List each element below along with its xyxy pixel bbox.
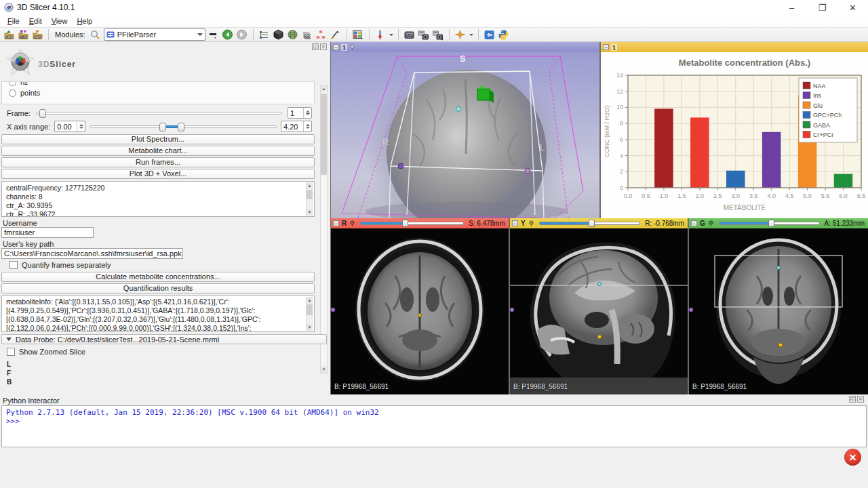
fiducial-point[interactable] [597,335,601,339]
radio-hz[interactable] [9,81,16,86]
back-arrow-icon[interactable] [222,28,234,41]
menu-edit[interactable]: Edit [24,16,47,26]
sample-data-cube-icon[interactable] [273,28,285,41]
menu-view[interactable]: View [47,16,73,26]
load-dicom-icon[interactable]: DCM [17,28,29,41]
load-data-icon[interactable]: DATA [3,28,15,41]
extensions-menu-caret[interactable] [469,34,473,36]
frame-slider[interactable] [36,108,282,118]
scene-view-capture-icon[interactable] [418,28,430,41]
extensions-star-icon[interactable] [454,28,467,41]
transforms-icon[interactable] [330,28,342,41]
keypath-input[interactable]: C:\Users\FranciscoMarcano\.ssh\fmrsiuser… [1,248,183,259]
fiducial-point[interactable] [598,283,601,286]
pin-icon[interactable] [708,220,714,226]
header-info-textarea[interactable]: centralFrequency: 1277125220 channels: 8… [1,181,315,217]
slice-yellow-canvas[interactable]: B: P19968_56691 [510,228,688,394]
scroll-up-icon[interactable]: ▲ [321,85,327,92]
slice-edge-handle[interactable] [331,308,335,312]
close-button[interactable]: ✕ [837,0,868,15]
python-console-icon[interactable] [498,28,510,41]
view-3d-canvas[interactable]: S R L [331,52,599,218]
forward-arrow-icon[interactable] [236,28,248,41]
textarea-scrollbar[interactable]: ▲ ▼ [306,297,313,331]
window-title: 3D Slicer 4.10.1 [17,3,75,12]
scene-view-restore-icon[interactable] [432,28,444,41]
crosshair-menu-caret[interactable] [389,34,393,36]
panel-undock-icon[interactable]: ◱ [312,43,319,50]
frame-spinbox[interactable]: 1 [288,107,312,119]
slice-offset-slider[interactable] [539,220,641,227]
view-3d[interactable]: – 1 [331,42,599,218]
fiducial-point[interactable] [418,314,422,317]
metabolite-chart[interactable]: 0.00.51.01.52.02.53.03.54.04.55.05.56.06… [601,52,868,218]
view-minimize-icon[interactable]: – [691,220,697,226]
slice-view-red[interactable]: – R S: 6.478mm [331,218,509,394]
metabolite-info-textarea[interactable]: metaboliteInfo: {'Ala':[(0.913,1.55,0.10… [1,296,315,332]
slice-edge-handle[interactable] [510,308,514,312]
volume-rendering-icon[interactable] [287,28,299,41]
slice-red-canvas[interactable]: B: P19968_56691 [331,228,509,394]
calculate-concentrations-button[interactable]: Calculate metabolite concentrations... [1,272,315,282]
fiducial-point[interactable] [777,266,781,270]
xaxis-min-spinbox[interactable]: 0.00 [54,121,85,132]
python-undock-icon[interactable]: ◱ [849,396,856,403]
screenshot-icon[interactable] [403,28,416,41]
pin-icon[interactable] [349,44,355,50]
metabolite-chart-button[interactable]: Metabolite chart... [1,146,315,156]
xaxis-range-slider[interactable] [90,122,277,131]
scroll-down-icon[interactable]: ▼ [307,209,313,216]
fiducial-point[interactable] [456,107,461,112]
view-minimize-icon[interactable]: – [333,220,339,226]
quantification-results-button[interactable]: Quantification results [1,283,315,293]
crosshair-icon[interactable] [374,28,387,41]
data-probe-collapsible[interactable]: Data Probe: C:/dev/0.test/slicerTest...2… [1,334,327,344]
module-search-icon[interactable] [90,28,102,41]
extension-manager-icon[interactable] [484,28,496,41]
slice-view-yellow[interactable]: – Y R: -0.768mm [510,218,688,394]
panel-scrollbar[interactable]: ▲ ▼ [320,85,328,373]
menu-help[interactable]: Help [72,16,97,26]
maximize-button[interactable]: ❐ [807,0,837,15]
slice-green-canvas[interactable]: B: P19968_56691 [689,228,868,394]
module-history-icon[interactable] [208,28,220,41]
panel-close-icon[interactable]: ✕ [320,43,327,50]
quantify-frames-checkbox[interactable] [9,261,18,269]
slice-offset-slider[interactable] [360,220,464,227]
xaxis-max-spinbox[interactable]: 4.20 [281,121,312,132]
slice-view-green[interactable]: – G A: 51.233mm [689,218,868,394]
error-log-button[interactable]: ✕ [844,449,861,466]
plot-3d-voxel-button[interactable]: Plot 3D + Voxel... [1,169,315,179]
roi-handle[interactable] [398,163,403,169]
save-icon[interactable]: SAVE [31,28,43,41]
show-zoomed-slice-checkbox[interactable] [7,348,15,356]
run-frames-button[interactable]: Run frames... [1,157,315,167]
radio-points[interactable] [9,89,16,97]
fiducial-point[interactable] [778,343,783,347]
roi-handle[interactable] [525,168,530,174]
module-selector[interactable]: PFileParser [104,28,205,41]
python-close-icon[interactable]: ✕ [857,396,864,403]
pin-icon[interactable] [528,220,534,226]
slice-edge-handle[interactable] [689,308,693,312]
scroll-down-icon[interactable]: ▼ [321,366,327,373]
markups-icon[interactable] [315,28,328,41]
scroll-up-icon[interactable]: ▲ [307,297,313,304]
minimize-button[interactable]: – [776,0,807,15]
username-input[interactable]: fmrsiuser [1,227,94,238]
layout-icon[interactable] [352,28,364,41]
textarea-scrollbar[interactable]: ▲ ▼ [306,182,313,216]
slice-offset-slider[interactable] [719,220,820,227]
scroll-up-icon[interactable]: ▲ [307,182,313,189]
view-minimize-icon[interactable]: – [603,44,609,50]
view-minimize-icon[interactable]: – [333,44,339,50]
scroll-down-icon[interactable]: ▼ [307,324,313,331]
menu-file[interactable]: File [3,16,24,26]
module-hierarchy-icon[interactable] [258,28,271,41]
pin-icon[interactable] [349,220,355,226]
view-minimize-icon[interactable]: – [512,220,518,226]
layers-icon[interactable] [301,28,313,41]
view-chart[interactable]: – 1 0.00.51.01.52.02.53.03.54.04.55.05.5… [601,42,868,218]
plot-spectrum-button[interactable]: Plot Spectrum... [1,134,315,144]
python-console[interactable]: Python 2.7.13 (default, Jan 15 2019, 22:… [1,405,867,447]
